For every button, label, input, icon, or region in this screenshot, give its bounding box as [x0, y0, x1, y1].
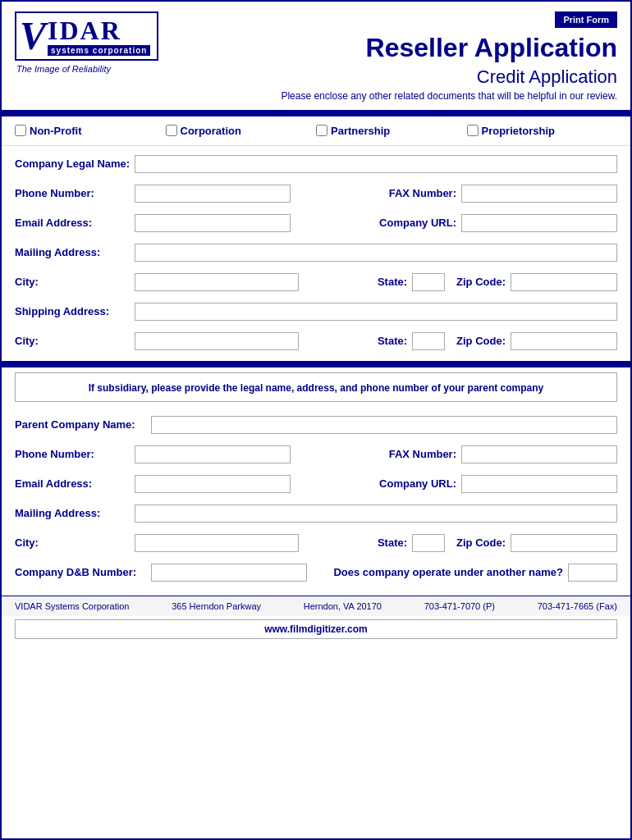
company-legal-name-label: Company Legal Name: [15, 158, 130, 170]
other-name-label: Does company operate under another name? [333, 566, 563, 578]
top-divider [2, 110, 630, 116]
parent-fax-input[interactable] [461, 445, 617, 463]
company-legal-name-row: Company Legal Name: [15, 149, 617, 179]
mailing-city-label: City: [15, 276, 130, 288]
parent-phone-fax-row: Phone Number: FAX Number: [15, 440, 617, 469]
parent-url-input[interactable] [461, 475, 617, 493]
dnb-input[interactable] [151, 564, 307, 582]
parent-mailing-label: Mailing Address: [15, 507, 130, 519]
footer-url: www.filmdigitizer.com [15, 619, 617, 639]
proprietorship-checkbox[interactable] [467, 125, 479, 136]
parent-email-label: Email Address: [15, 477, 130, 490]
checkbox-row: Non-Profit Corporation Partnership Propr… [2, 116, 630, 146]
logo-idar-text: IDAR [48, 17, 150, 43]
shipping-city-input[interactable] [135, 332, 299, 350]
logo-area: V IDAR systems corporation The Image of … [15, 11, 163, 74]
shipping-state-input[interactable] [412, 332, 445, 350]
shipping-city-label: City: [15, 335, 130, 347]
parent-email-input[interactable] [135, 475, 291, 493]
header: V IDAR systems corporation The Image of … [2, 2, 630, 110]
mailing-state-label: State: [378, 276, 407, 288]
dnb-row: Company D&B Number: Does company operate… [15, 558, 617, 587]
other-name-input[interactable] [568, 564, 617, 582]
credit-title: Credit Application [179, 66, 617, 88]
parent-zip-input[interactable] [511, 534, 617, 552]
parent-mailing-row: Mailing Address: [15, 499, 617, 528]
parent-mailing-input[interactable] [135, 504, 617, 523]
phone-input[interactable] [135, 185, 291, 203]
checkbox-nonprofit: Non-Profit [15, 125, 166, 137]
company-legal-name-input[interactable] [135, 155, 617, 173]
mailing-city-row: City: State: Zip Code: [15, 267, 617, 297]
form-section-1: Company Legal Name: Phone Number: FAX Nu… [2, 146, 630, 356]
parent-state-label: State: [378, 536, 407, 549]
mailing-zip-label: Zip Code: [456, 276, 506, 288]
proprietorship-label: Proprietorship [482, 125, 556, 137]
shipping-address-input[interactable] [135, 303, 617, 321]
email-input[interactable] [135, 214, 291, 232]
mailing-city-input[interactable] [135, 273, 299, 291]
parent-city-row: City: State: Zip Code: [15, 528, 617, 558]
parent-company-input[interactable] [151, 416, 617, 434]
nonprofit-label: Non-Profit [30, 125, 82, 137]
mailing-zip-input[interactable] [511, 273, 617, 291]
footer-fax: 703-471-7665 (Fax) [538, 601, 617, 611]
parent-zip-label: Zip Code: [456, 536, 506, 549]
parent-city-input[interactable] [135, 534, 299, 552]
nonprofit-checkbox[interactable] [15, 125, 26, 136]
shipping-zip-input[interactable] [511, 332, 617, 350]
reseller-title: Reseller Application [179, 33, 617, 63]
shipping-zip-label: Zip Code: [456, 335, 506, 347]
email-label: Email Address: [15, 217, 130, 229]
parent-city-label: City: [15, 536, 130, 549]
checkbox-corporation: Corporation [166, 125, 317, 137]
shipping-address-label: Shipping Address: [15, 305, 130, 317]
logo-v: V [20, 16, 46, 56]
mailing-address-input[interactable] [135, 244, 617, 262]
logo-idar: IDAR systems corporation [48, 17, 150, 56]
checkbox-proprietorship: Proprietorship [467, 125, 618, 137]
footer-city: Herndon, VA 20170 [304, 601, 382, 611]
logo-box: V IDAR systems corporation [15, 11, 158, 61]
partnership-checkbox[interactable] [316, 125, 327, 136]
mailing-address-row: Mailing Address: [15, 238, 617, 267]
phone-fax-row: Phone Number: FAX Number: [15, 179, 617, 208]
footer-phone: 703-471-7070 (P) [424, 601, 495, 611]
url-input[interactable] [461, 214, 617, 232]
checkbox-partnership: Partnership [316, 125, 467, 137]
shipping-city-row: City: State: Zip Code: [15, 326, 617, 356]
shipping-state-label: State: [378, 335, 407, 347]
fax-input[interactable] [461, 185, 617, 203]
parent-company-label: Parent Company Name: [15, 418, 146, 431]
phone-label: Phone Number: [15, 187, 130, 199]
email-url-row: Email Address: Company URL: [15, 208, 617, 238]
corporation-checkbox[interactable] [166, 125, 177, 136]
mailing-state-input[interactable] [412, 273, 445, 291]
parent-url-label: Company URL: [379, 477, 456, 490]
middle-divider [2, 361, 630, 368]
parent-fax-label: FAX Number: [389, 448, 456, 460]
parent-phone-label: Phone Number: [15, 448, 130, 460]
shipping-address-row: Shipping Address: [15, 297, 617, 326]
subsidiary-box: If subsidiary, please provide the legal … [15, 372, 617, 402]
credit-subtitle: Please enclose any other related documen… [179, 89, 617, 103]
parent-company-row: Parent Company Name: [15, 410, 617, 440]
form-section-2: Parent Company Name: Phone Number: FAX N… [2, 407, 630, 587]
page: V IDAR systems corporation The Image of … [0, 0, 632, 840]
parent-state-input[interactable] [412, 534, 445, 552]
print-form-button[interactable]: Print Form [555, 11, 617, 28]
footer-bar: VIDAR Systems Corporation 365 Herndon Pa… [2, 596, 630, 616]
logo-sub-text: systems corporation [48, 45, 150, 56]
title-area: Print Form Reseller Application Credit A… [163, 11, 617, 103]
corporation-label: Corporation [181, 125, 241, 137]
logo-tagline: The Image of Reliability [16, 64, 111, 74]
parent-email-url-row: Email Address: Company URL: [15, 469, 617, 499]
partnership-label: Partnership [331, 125, 390, 137]
footer-address: 365 Herndon Parkway [172, 601, 261, 611]
mailing-address-label: Mailing Address: [15, 246, 130, 258]
url-label: Company URL: [379, 217, 456, 229]
fax-label: FAX Number: [389, 187, 456, 199]
subsidiary-text: If subsidiary, please provide the legal … [89, 382, 544, 394]
parent-phone-input[interactable] [135, 445, 291, 463]
dnb-label: Company D&B Number: [15, 566, 146, 578]
